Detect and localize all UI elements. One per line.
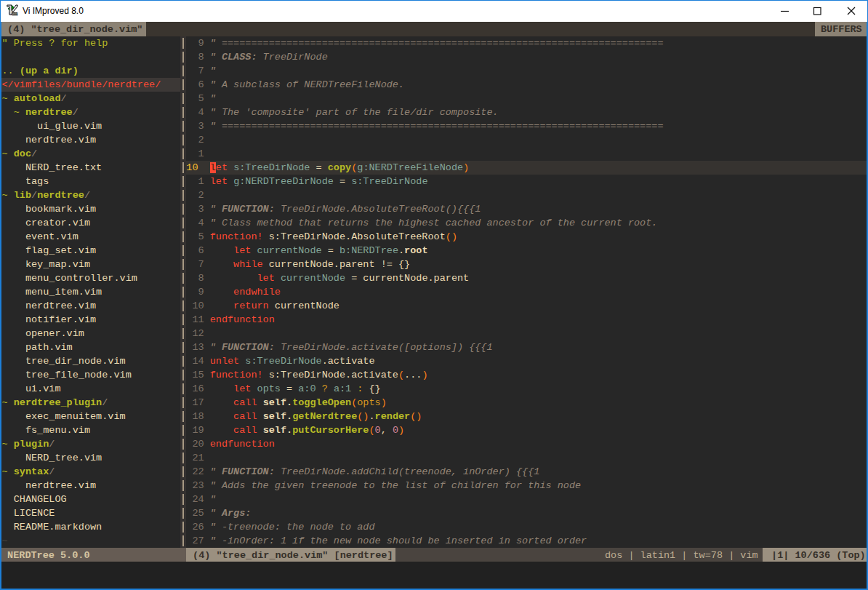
svg-text:im: im <box>12 10 18 16</box>
